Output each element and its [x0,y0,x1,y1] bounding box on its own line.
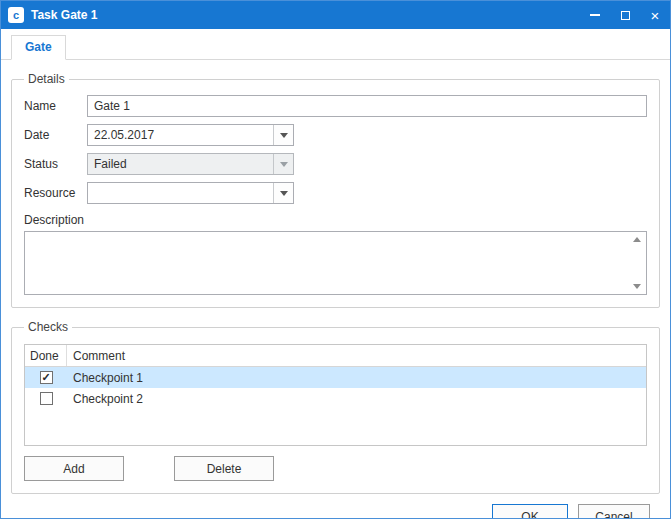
dialog-footer: OK Cancel [11,494,660,519]
column-header-comment: Comment [67,349,646,363]
minimize-icon [590,14,600,16]
resource-label: Resource [24,186,87,200]
close-button[interactable]: × [640,1,670,29]
status-label: Status [24,157,87,171]
name-label: Name [24,99,87,113]
status-row: Status Failed [24,153,647,175]
app-icon [8,7,24,23]
window-controls: × [580,1,670,29]
comment-cell: Checkpoint 2 [67,392,646,406]
tab-bar: Gate [1,29,670,60]
checks-buttons: Add Delete [24,456,647,481]
date-combobox[interactable]: 22.05.2017 [87,124,294,146]
close-icon: × [651,8,660,23]
chevron-down-icon [280,191,288,196]
resource-value [88,183,273,203]
title-bar: Task Gate 1 × [1,1,670,29]
ok-button[interactable]: OK [492,504,568,519]
delete-button[interactable]: Delete [174,456,274,481]
resource-dropdown-button[interactable] [273,183,293,203]
checkbox-unchecked[interactable] [40,392,53,405]
scroll-down-icon[interactable] [633,284,641,289]
checks-table: Done Comment ✓ Checkpoint 1 Checkpoint 2 [24,344,647,446]
dialog-content: Details Name Date 22.05.2017 Status Fail… [1,60,670,519]
table-header: Done Comment [25,345,646,367]
dialog-window: Task Gate 1 × Gate Details Name Date 22.… [0,0,671,519]
cancel-button[interactable]: Cancel [578,504,650,519]
date-label: Date [24,128,87,142]
date-value: 22.05.2017 [88,125,273,145]
chevron-down-icon [280,133,288,138]
status-combobox: Failed [87,153,294,175]
done-cell: ✓ [25,371,67,384]
maximize-button[interactable] [610,1,640,29]
tab-gate[interactable]: Gate [11,35,66,60]
date-dropdown-button[interactable] [273,125,293,145]
resource-row: Resource [24,182,647,204]
done-cell [25,392,67,405]
details-group: Details Name Date 22.05.2017 Status Fail… [11,72,660,308]
checks-group: Checks Done Comment ✓ Checkpoint 1 C [11,320,660,494]
window-title: Task Gate 1 [31,8,97,22]
details-legend: Details [24,72,69,86]
column-header-done: Done [25,345,67,366]
scroll-up-icon[interactable] [633,237,641,242]
date-row: Date 22.05.2017 [24,124,647,146]
check-icon: ✓ [41,372,50,383]
table-row[interactable]: Checkpoint 2 [25,388,646,409]
minimize-button[interactable] [580,1,610,29]
comment-cell: Checkpoint 1 [67,371,646,385]
name-row: Name [24,95,647,117]
checks-legend: Checks [24,320,72,334]
name-input[interactable] [87,95,647,117]
table-row[interactable]: ✓ Checkpoint 1 [25,367,646,388]
status-dropdown-button [273,154,293,174]
add-button[interactable]: Add [24,456,124,481]
description-label: Description [24,213,647,227]
checkbox-checked[interactable]: ✓ [40,371,53,384]
chevron-down-icon [280,162,288,167]
resource-combobox[interactable] [87,182,294,204]
maximize-icon [621,11,630,20]
description-textarea[interactable] [24,231,647,295]
status-value: Failed [88,154,273,174]
